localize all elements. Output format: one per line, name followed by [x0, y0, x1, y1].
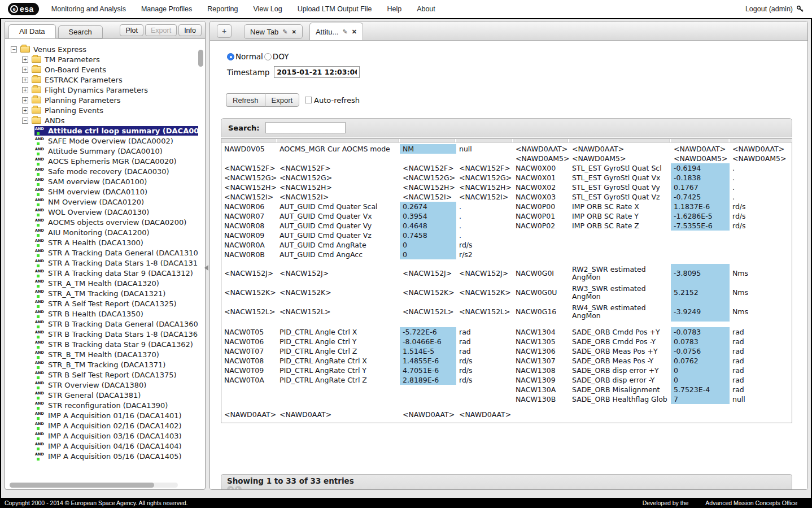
tree-item[interactable]: ANDIMP A Acquisition 04/16 (DACA1404) [10, 441, 198, 451]
export-button-sidebar[interactable]: Export [145, 24, 177, 36]
tree-item[interactable]: ANDAIU Monitoring (DACA1200) [10, 227, 198, 237]
tree-item[interactable]: ANDSHM overview (DACA0110) [10, 186, 198, 197]
tree-item[interactable]: −Venus Express [10, 44, 198, 54]
table-row: NACW0R0BAUT_GUID Cmd AngAcc0r/s2 [221, 250, 792, 259]
edit-tab-icon[interactable]: ✎ [282, 28, 287, 36]
close-tab-icon[interactable]: ✕ [292, 29, 296, 35]
tree-item[interactable]: −ANDs [10, 115, 198, 125]
column-header[interactable] [513, 139, 569, 142]
tree-horizontal-scrollbar[interactable] [10, 483, 178, 488]
tree-item[interactable]: ANDSTR B Health (DACA1350) [10, 309, 198, 319]
tree-item[interactable]: +Planning Parameters [10, 95, 198, 105]
add-tab-button[interactable]: + [217, 24, 232, 38]
tree-item[interactable]: ANDAOCMS objects overview (DACA0200) [10, 217, 198, 227]
tree-item[interactable]: ANDSTR Overview (DACA1380) [10, 380, 198, 390]
tree-item[interactable]: ANDWOL Overview (DACA0130) [10, 207, 198, 217]
next-page-button[interactable] [235, 486, 242, 489]
tree-item[interactable]: ANDSTR General (DACA1381) [10, 390, 198, 400]
auto-refresh-checkbox[interactable] [305, 97, 312, 103]
radio-doy[interactable] [264, 53, 272, 60]
tree-item[interactable]: ANDIMP A Acquisition 03/16 (DACA1403) [10, 431, 198, 441]
tree-item[interactable]: ANDSTR_B_TM Health (DACA1370) [10, 349, 198, 359]
collapse-icon[interactable]: − [11, 46, 17, 53]
menu-item[interactable]: Help [387, 5, 401, 13]
param-value: 5.7523E-4 [671, 385, 730, 394]
column-header[interactable] [671, 139, 730, 142]
tree-item[interactable]: ANDSTR A Self Test Report (DACA1325) [10, 298, 198, 309]
radio-normal[interactable] [227, 53, 234, 60]
tree-item[interactable]: ANDSTR_A_TM Tracking (DACA1321) [10, 288, 198, 298]
close-tab-icon[interactable]: ✕ [352, 28, 357, 36]
status-green-square [37, 417, 40, 420]
expand-icon[interactable]: + [22, 97, 28, 103]
column-header[interactable] [221, 139, 277, 142]
prev-page-button[interactable] [227, 486, 234, 489]
plot-button[interactable]: Plot [120, 24, 143, 36]
tab-new-tab[interactable]: New Tab ✎ ✕ [244, 24, 303, 39]
tree-item[interactable]: ANDSTR_B_TM Tracking (DACA1371) [10, 359, 198, 370]
tree-item-label: STR A Tracking Data General (DACA1310) [48, 249, 198, 257]
expand-icon[interactable]: + [22, 57, 28, 63]
collapse-icon[interactable]: − [22, 118, 28, 124]
expand-icon[interactable]: + [22, 67, 28, 73]
tree-item[interactable]: ANDAOCS Ephemeris MGR (DACA0020) [10, 156, 198, 166]
scrollbar-thumb[interactable] [10, 483, 154, 488]
tree-item[interactable]: ANDSTR B Tracking Data Stars 1-8 (DACA13… [10, 329, 198, 339]
tree-item[interactable]: ANDSTR reconfiguration (DACA1390) [10, 400, 198, 410]
tab-attitude[interactable]: Attitu... ✎ ✕ [309, 23, 363, 40]
menu-item[interactable]: View Log [253, 5, 282, 13]
tab-search[interactable]: Search [58, 25, 103, 38]
logout-link[interactable]: Logout (admin) [745, 5, 793, 13]
tree-item[interactable]: +TM Parameters [10, 54, 198, 64]
expand-icon[interactable]: + [22, 87, 28, 93]
tree-item[interactable]: ANDIMP A Acquisition 01/16 (DACA1401) [10, 410, 198, 420]
tree-item[interactable]: ANDSTR A Health (DACA1300) [10, 237, 198, 248]
param-unit [730, 250, 792, 259]
tree-item[interactable]: ANDSTR A Tracking Data General (DACA1310… [10, 248, 198, 258]
search-input[interactable] [265, 122, 346, 133]
menu-item[interactable]: Monitoring and Analysis [51, 5, 126, 13]
tree-item[interactable]: ANDAttitude ctrl loop summary (DACA0001) [10, 125, 198, 136]
tree-item[interactable]: ANDSTR_A_TM Health (DACA1320) [10, 278, 198, 288]
menu-item[interactable]: Manage Profiles [141, 5, 192, 13]
timestamp-input[interactable] [274, 66, 360, 78]
menu-item[interactable]: Reporting [207, 5, 238, 13]
tree-vertical-scrollbar[interactable] [198, 50, 203, 67]
tree-item[interactable]: ANDAttitude Summary (DACA0010) [10, 146, 198, 156]
refresh-button[interactable]: Refresh [226, 93, 265, 107]
tree-item[interactable]: ANDSTR B Tracking Data General (DACA1360… [10, 319, 198, 329]
tree-item[interactable]: ANDSafe mode recovery (DACA0030) [10, 166, 198, 176]
export-button[interactable]: Export [265, 93, 300, 107]
expand-icon[interactable]: + [22, 77, 28, 83]
menu-item[interactable]: Upload LTM Output File [298, 5, 372, 13]
column-header[interactable] [400, 139, 456, 142]
param-unit: rd/s [456, 375, 513, 385]
expand-icon[interactable]: + [22, 107, 28, 114]
tree-item[interactable]: ANDSTR B Tracking data Star 9 (DACA1362) [10, 339, 198, 349]
column-header[interactable] [277, 139, 400, 142]
tree-item[interactable]: ANDIMP A Acquisition 05/16 (DACA1405) [10, 451, 198, 461]
sidebar-collapse-handle[interactable] [204, 265, 208, 271]
param-id: NACW1309 [513, 375, 569, 385]
info-button[interactable]: Info [178, 24, 202, 36]
edit-tab-icon[interactable]: ✎ [342, 28, 347, 36]
tree-item-content: ANDSafe mode recovery (DACA0030) [34, 167, 171, 176]
tree-item[interactable]: ANDSTR B Self Test Report (DACA1375) [10, 370, 198, 380]
tab-all-data[interactable]: All Data [8, 24, 56, 38]
timestamp-label: Timestamp [227, 68, 269, 77]
tree-item[interactable]: +Planning Events [10, 105, 198, 115]
tree-item[interactable]: +ESTRACK Parameters [10, 75, 198, 85]
tree-item[interactable]: +On-Board Events [10, 64, 198, 75]
tree-item[interactable]: ANDSTR A Tracking Data Stars 1-8 (DACA13… [10, 258, 198, 268]
status-green-square [37, 458, 40, 461]
tree-item[interactable]: ANDIMP A Acquisition 02/16 (DACA1402) [10, 420, 198, 431]
tree-item[interactable]: ANDSAFE Mode Overview (DACA0002) [10, 136, 198, 146]
tree-item[interactable]: +Flight Dynamics Parameters [10, 85, 198, 95]
tree-item[interactable]: ANDSAM overview (DACA0100) [10, 176, 198, 186]
column-header[interactable] [456, 139, 513, 142]
tree-item[interactable]: ANDNM Overview (DACA0120) [10, 197, 198, 207]
menu-item[interactable]: About [417, 5, 435, 13]
column-header[interactable] [569, 139, 671, 142]
column-header[interactable] [730, 139, 792, 142]
tree-item[interactable]: ANDSTR A Tracking data Star 9 (DACA1312) [10, 268, 198, 278]
